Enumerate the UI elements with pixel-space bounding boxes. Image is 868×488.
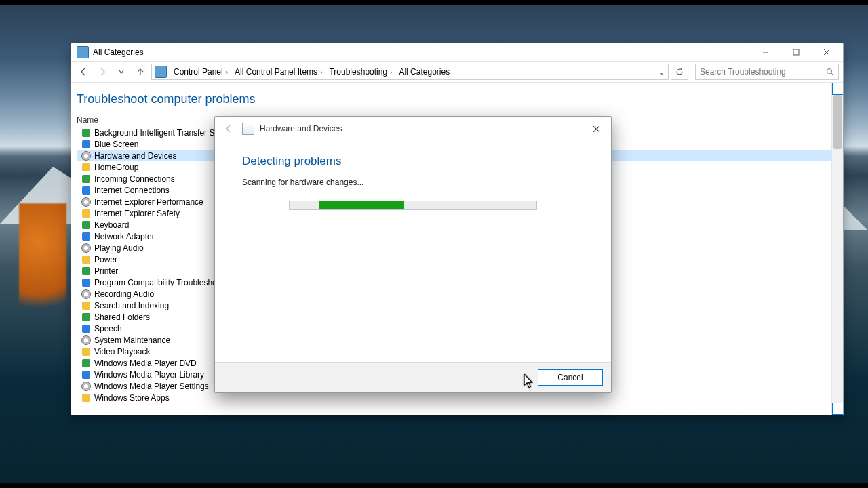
- troubleshooter-icon: [81, 255, 92, 264]
- list-item-label: Speech: [94, 324, 122, 333]
- search-placeholder: Search Troubleshooting: [700, 67, 826, 77]
- list-item-label: Playing Audio: [94, 243, 144, 253]
- troubleshooter-icon: [81, 393, 92, 403]
- list-item-label: Video Playback: [94, 347, 151, 357]
- window-title: All Categories: [93, 47, 750, 57]
- nav-back-button[interactable]: [75, 64, 92, 80]
- troubleshooter-icon: [81, 209, 92, 218]
- breadcrumb[interactable]: Control Panel›: [171, 65, 231, 79]
- troubleshooter-icon: [81, 232, 92, 241]
- maximize-button[interactable]: [781, 43, 811, 61]
- troubleshooter-wizard-dialog: Hardware and Devices Detecting problems …: [214, 116, 612, 393]
- list-item-label: System Maintenance: [94, 336, 170, 345]
- troubleshooter-icon: [81, 186, 92, 195]
- scroll-up-icon[interactable]: ▴: [832, 83, 843, 95]
- chevron-right-icon: ›: [320, 68, 322, 76]
- page-title: Troubleshoot computer problems: [77, 92, 837, 106]
- troubleshooter-icon: [81, 197, 92, 207]
- minimize-button[interactable]: [750, 43, 781, 61]
- troubleshooter-icon: [81, 359, 92, 368]
- list-item-label: Windows Media Player Library: [94, 370, 204, 380]
- list-item-label: Hardware and Devices: [94, 151, 176, 161]
- troubleshooter-icon: [81, 301, 92, 310]
- list-item-label: Internet Connections: [94, 186, 170, 195]
- nav-up-button[interactable]: [132, 64, 149, 80]
- troubleshooter-icon: [81, 151, 92, 161]
- troubleshooter-icon: [81, 243, 92, 253]
- troubleshooter-icon: [81, 336, 92, 345]
- list-item-label: Keyboard: [94, 220, 129, 230]
- list-item-label: Windows Media Player DVD: [94, 359, 197, 368]
- svg-rect-1: [793, 49, 799, 55]
- troubleshooter-icon: [81, 278, 92, 287]
- troubleshooter-icon: [81, 163, 92, 172]
- list-item-label: Program Compatibility Troublesho: [94, 278, 217, 287]
- search-icon: [826, 68, 834, 76]
- list-item-label: Network Adapter: [94, 232, 155, 241]
- cancel-button[interactable]: Cancel: [538, 369, 603, 386]
- progress-segment: [319, 201, 404, 209]
- troubleshooter-icon: [81, 266, 92, 276]
- list-item-label: Windows Media Player Settings: [94, 382, 209, 391]
- dialog-icon: [242, 123, 254, 135]
- dialog-body: Detecting problems Scanning for hardware…: [215, 141, 611, 362]
- list-item-label: Windows Store Apps: [94, 393, 170, 403]
- dialog-back-button[interactable]: [220, 121, 237, 137]
- breadcrumb[interactable]: All Categories: [396, 65, 452, 79]
- vertical-scrollbar[interactable]: ▴ ▾: [831, 83, 843, 415]
- troubleshooter-icon: [81, 347, 92, 357]
- dialog-footer: Cancel: [215, 362, 611, 392]
- chevron-right-icon: ›: [390, 68, 392, 76]
- svg-line-5: [831, 73, 833, 75]
- list-item-label: Shared Folders: [94, 312, 150, 322]
- troubleshooter-icon: [81, 128, 92, 138]
- list-item-label: Internet Explorer Safety: [94, 209, 180, 218]
- refresh-button[interactable]: [671, 64, 688, 80]
- list-item-label: Incoming Connections: [94, 174, 175, 184]
- dialog-message: Scanning for hardware changes...: [242, 178, 584, 187]
- window-icon: [77, 46, 89, 58]
- navigation-row: Control Panel› All Control Panel Items› …: [71, 62, 843, 83]
- dialog-close-button[interactable]: [585, 121, 607, 137]
- list-item-label: Recording Audio: [94, 289, 154, 299]
- list-item-label: Search and Indexing: [94, 301, 169, 310]
- address-bar[interactable]: Control Panel› All Control Panel Items› …: [151, 64, 669, 80]
- breadcrumb[interactable]: All Control Panel Items›: [232, 65, 325, 79]
- list-item-label: Printer: [94, 266, 118, 276]
- troubleshooter-icon: [81, 324, 92, 333]
- scroll-down-icon[interactable]: ▾: [832, 403, 843, 415]
- list-item-label: HomeGroup: [94, 163, 138, 172]
- desktop-wallpaper: All Categories: [0, 0, 868, 488]
- list-item-label: Blue Screen: [94, 140, 138, 149]
- address-icon: [155, 66, 167, 78]
- nav-forward-button[interactable]: [94, 64, 111, 80]
- troubleshooter-icon: [81, 220, 92, 230]
- titlebar[interactable]: All Categories: [71, 43, 843, 62]
- scrollbar-thumb[interactable]: [833, 95, 842, 149]
- dialog-header: Detecting problems: [242, 155, 584, 168]
- list-item[interactable]: Windows Store Apps: [77, 392, 837, 403]
- address-dropdown-icon[interactable]: ⌄: [658, 67, 665, 77]
- dialog-titlebar[interactable]: Hardware and Devices: [215, 117, 611, 141]
- troubleshooter-icon: [81, 382, 92, 391]
- wallpaper-decor: [19, 203, 66, 332]
- troubleshooter-icon: [81, 289, 92, 299]
- nav-recent-dropdown[interactable]: [113, 64, 130, 80]
- troubleshooter-icon: [81, 312, 92, 322]
- letterbox-bottom: [0, 483, 868, 488]
- search-input[interactable]: Search Troubleshooting: [695, 64, 839, 80]
- progress-bar: [289, 201, 537, 210]
- troubleshooter-icon: [81, 140, 92, 149]
- chevron-right-icon: ›: [226, 68, 228, 76]
- control-panel-window: All Categories: [71, 43, 844, 415]
- breadcrumb[interactable]: Troubleshooting›: [326, 65, 395, 79]
- close-button[interactable]: [811, 43, 842, 61]
- list-item-label: Background Intelligent Transfer Se: [94, 128, 219, 138]
- troubleshooter-icon: [81, 174, 92, 184]
- dialog-title: Hardware and Devices: [260, 124, 342, 134]
- list-item-label: Power: [94, 255, 117, 264]
- troubleshooter-icon: [81, 370, 92, 380]
- svg-point-4: [827, 69, 832, 74]
- letterbox-top: [0, 0, 868, 5]
- list-item-label: Internet Explorer Performance: [94, 197, 203, 207]
